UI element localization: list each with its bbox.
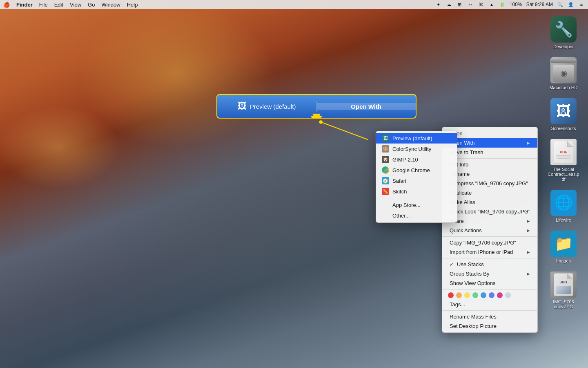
submenu-item-safari[interactable]: 🧭 Safari (376, 175, 457, 186)
submenu-item-other[interactable]: Other... (376, 210, 457, 221)
bluetooth-icon: ⌘ (478, 1, 484, 8)
tag-purple[interactable] (489, 292, 494, 298)
window-menu[interactable]: Window (101, 2, 120, 8)
submenu-separator (376, 198, 457, 198)
banner-arrow (310, 116, 323, 119)
ctx-show-view-options[interactable]: Show View Options (442, 278, 537, 288)
svg-line-1 (321, 122, 368, 140)
battery-icon: 🔋 (499, 1, 506, 8)
tag-orange[interactable] (456, 292, 462, 298)
submenu-app-store-label: App Store... (392, 202, 421, 208)
ctx-sep-3 (442, 258, 537, 258)
banner-preview-label: Preview (default) (250, 103, 296, 110)
pdf-icon-fold: PDF (554, 141, 573, 164)
ctx-import-iphone[interactable]: Import from iPhone or iPad ▶ (442, 247, 537, 257)
images-label: Images (556, 258, 571, 263)
desktop-icon-images[interactable]: 📁 Images (547, 231, 580, 263)
tag-red[interactable] (448, 292, 454, 298)
file-menu[interactable]: File (39, 2, 48, 8)
ctx-tags[interactable]: Tags... (442, 300, 537, 309)
tag-green[interactable] (472, 292, 478, 298)
submenu-item-gimp[interactable]: 🐶 GIMP-2.10 (376, 154, 457, 165)
submenu-open-with: 🖼 Preview (default) 🎨 ColorSync Utility … (376, 131, 457, 223)
finder-menu[interactable]: Finder (16, 2, 33, 8)
ctx-sep-5 (442, 310, 537, 311)
ctx-tags-label: Tags... (450, 301, 465, 307)
preview-icon: 🖼 (382, 135, 389, 142)
submenu-preview-label: Preview (default) (392, 135, 432, 141)
ctx-rename-mass-files-label: Rename Mass Files (450, 314, 497, 320)
chrome-icon: 🌐 (382, 166, 389, 174)
desktop-icons: 🔧 Developer ◉ Macintosh HD 🖼 Screenshots (547, 16, 580, 309)
apple-menu[interactable]: 🍎 (3, 2, 10, 8)
ctx-group-stacks-label: Group Stacks By (450, 271, 490, 277)
ctx-import-iphone-label: Import from iPhone or iPad (450, 249, 513, 255)
desktop: 🍎 Finder File Edit View Go Window Help ✦… (0, 0, 588, 368)
tag-gray[interactable] (505, 292, 511, 298)
pdf-label: The Social Contract...eas.pdf (547, 167, 580, 182)
group-stacks-arrow-icon: ▶ (527, 272, 530, 276)
help-menu[interactable]: Help (127, 2, 138, 8)
open-with-arrow-icon: ▶ (527, 141, 530, 145)
screenshots-label: Screenshots (551, 126, 576, 131)
tag-pink[interactable] (497, 292, 503, 298)
dropbox-icon: ✦ (435, 1, 442, 8)
desktop-icon-developer[interactable]: 🔧 Developer (547, 16, 580, 49)
desktop-icon-screenshots[interactable]: 🖼 Screenshots (547, 98, 580, 131)
edit-menu[interactable]: Edit (54, 2, 63, 8)
svg-point-2 (319, 120, 323, 124)
banner-openwith-section[interactable]: Open With (317, 103, 416, 110)
skitch-icon: ✏️ (382, 188, 389, 195)
banner-openwith-label: Open With (351, 103, 381, 110)
submenu-item-colorsync[interactable]: 🎨 ColorSync Utility (376, 144, 457, 154)
banner-preview-section: 🖼 Preview (default) (217, 101, 317, 112)
notifications-icon[interactable]: ≡ (578, 1, 585, 8)
go-menu[interactable]: Go (88, 2, 95, 8)
ctx-use-stacks[interactable]: ✓ Use Stacks (442, 260, 537, 269)
ctx-set-desktop-picture[interactable]: Set Desktop Picture (442, 321, 537, 331)
ctx-quick-actions[interactable]: Quick Actions ▶ (442, 226, 537, 235)
submenu-skitch-label: Skitch (392, 188, 407, 195)
jpg-icon-body: JPG (554, 273, 573, 296)
submenu-other-label: Other... (392, 213, 410, 219)
hd-body: ◉ (553, 65, 574, 82)
lifewire-label: Lifewire (556, 218, 571, 222)
ctx-use-stacks-label: Use Stacks (457, 261, 484, 267)
quick-actions-arrow-icon: ▶ (527, 228, 530, 233)
submenu-colorsync-label: ColorSync Utility (392, 146, 431, 152)
submenu-item-skitch[interactable]: ✏️ Skitch (376, 186, 457, 197)
svg-marker-0 (310, 116, 323, 119)
ctx-quick-look-label: Quick Look "IMG_9706 copy.JPG" (450, 209, 530, 215)
desktop-icon-macintosh-hd[interactable]: ◉ Macintosh HD (547, 57, 580, 90)
ctx-rename-mass-files[interactable]: Rename Mass Files (442, 312, 537, 321)
submenu-chrome-label: Google Chrome (392, 167, 430, 173)
submenu-gimp-label: GIMP-2.10 (392, 157, 418, 163)
ctx-tags-row (442, 291, 537, 300)
user-icon[interactable]: 👤 (568, 1, 574, 8)
gimp-icon: 🐶 (382, 156, 389, 163)
submenu-item-preview-default[interactable]: 🖼 Preview (default) (376, 133, 457, 144)
ctx-copy-img[interactable]: Copy "IMG_9706 copy.JPG" (442, 238, 537, 247)
desktop-icon-jpg[interactable]: JPG IMG_9706 copy.JPG (547, 272, 580, 309)
submenu-item-chrome[interactable]: 🌐 Google Chrome (376, 165, 457, 175)
tag-blue[interactable] (481, 292, 486, 298)
desktop-icon-pdf[interactable]: PDF The Social Contract...eas.pdf (547, 139, 580, 182)
safari-icon: 🧭 (382, 177, 389, 184)
app-store-icon (382, 201, 389, 209)
banner-preview-icon: 🖼 (238, 101, 247, 112)
tag-yellow[interactable] (464, 292, 470, 298)
lifewire-icon: 🌐 (555, 194, 573, 211)
ctx-copy-img-label: Copy "IMG_9706 copy.JPG" (450, 240, 516, 246)
ctx-compress-label: Compress "IMG_9706 copy.JPG" (450, 180, 528, 186)
desktop-icon-lifewire[interactable]: 🌐 Lifewire (547, 190, 580, 222)
view-menu[interactable]: View (70, 2, 81, 8)
submenu-item-app-store[interactable]: App Store... (376, 200, 457, 210)
spaces-icon: ⚏ (467, 1, 474, 8)
search-icon[interactable]: 🔍 (557, 1, 564, 8)
other-icon (382, 212, 389, 219)
clock: Sat 9:29 AM (526, 2, 553, 7)
screenshots-icon: 🖼 (556, 103, 571, 120)
ctx-group-stacks-by[interactable]: Group Stacks By ▶ (442, 269, 537, 278)
share-arrow-icon: ▶ (527, 219, 530, 223)
macintosh-hd-label: Macintosh HD (549, 85, 577, 90)
